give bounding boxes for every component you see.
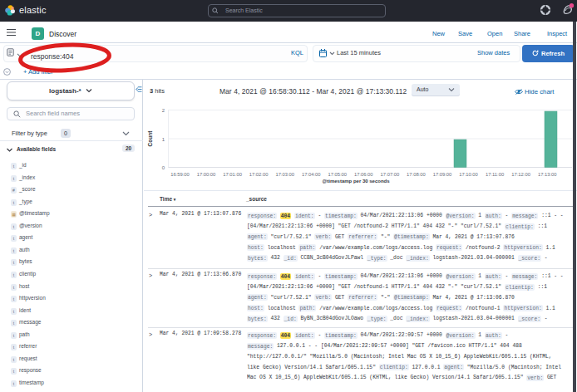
svg-text:@timestamp per 30 seconds: @timestamp per 30 seconds [322, 179, 390, 184]
svg-text:17:05:00: 17:05:00 [328, 172, 348, 177]
svg-text:Count: Count [147, 130, 153, 147]
svg-text:17:11:00: 17:11:00 [486, 172, 504, 177]
svg-text:17:00:00: 17:00:00 [197, 172, 216, 177]
svg-text:17:03:00: 17:03:00 [275, 172, 294, 177]
svg-text:17:01:00: 17:01:00 [223, 172, 242, 177]
svg-text:17:10:00: 17:10:00 [459, 172, 478, 177]
svg-text:17:08:00: 17:08:00 [407, 172, 426, 177]
svg-text:16:59:00: 16:59:00 [170, 172, 190, 177]
svg-text:17:06:00: 17:06:00 [354, 172, 373, 177]
svg-text:17:02:00: 17:02:00 [249, 172, 269, 177]
svg-text:0: 0 [162, 165, 165, 170]
svg-text:2: 2 [162, 108, 165, 113]
svg-text:17:09:00: 17:09:00 [433, 172, 452, 177]
svg-text:17:04:00: 17:04:00 [302, 172, 321, 177]
svg-text:1: 1 [162, 137, 165, 142]
svg-text:17:13:00: 17:13:00 [538, 172, 557, 177]
svg-text:17:12:00: 17:12:00 [511, 172, 530, 177]
svg-text:17:07:00: 17:07:00 [381, 172, 400, 177]
